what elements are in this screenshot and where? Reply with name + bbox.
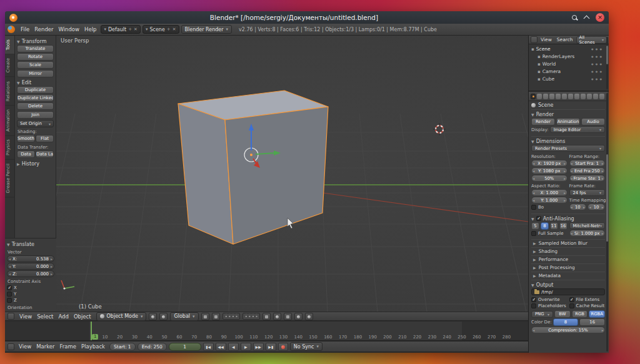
scene-selector[interactable]: ▾ Scene + ✕ <box>142 25 179 34</box>
vector-z-field[interactable]: Z:0.000 <box>7 270 54 277</box>
tab-constraints[interactable] <box>562 94 567 99</box>
file-extensions-checkbox[interactable] <box>569 297 574 302</box>
timeline-editor-icon[interactable] <box>8 343 14 350</box>
current-frame-field[interactable]: 1 <box>169 343 201 351</box>
play-button[interactable]: ▶ <box>241 343 251 351</box>
history-panel-title[interactable]: History <box>22 161 39 167</box>
editor-type-icon[interactable] <box>8 313 14 320</box>
render-animation-button[interactable]: Animation <box>556 118 580 125</box>
menu-item[interactable]: Render <box>32 26 56 32</box>
viewport-shading-icon[interactable] <box>149 313 157 320</box>
mode-dropdown[interactable]: Object Mode <box>96 312 147 321</box>
rotate-button[interactable]: Rotate <box>17 53 54 61</box>
depth-8-button[interactable]: 8 <box>553 318 579 326</box>
blender-logo-icon[interactable] <box>8 26 15 33</box>
viewport-canvas[interactable]: User Persp (1) Cube <box>56 36 528 312</box>
outliner-item[interactable]: Cube <box>530 76 608 83</box>
axis-x-checkbox[interactable] <box>7 285 12 290</box>
layers-widget[interactable] <box>222 313 240 320</box>
delete-scene-icon[interactable]: ✕ <box>172 27 176 32</box>
fps-dropdown[interactable]: 24 fps <box>569 189 606 196</box>
color-rgb-button[interactable]: RGB <box>572 310 588 318</box>
keep-above-icon[interactable] <box>583 14 591 21</box>
next-keyframe-button[interactable]: ▶▶ <box>253 343 264 351</box>
file-format-dropdown[interactable]: PNG <box>531 311 553 318</box>
play-reverse-button[interactable]: ◀ <box>228 343 239 351</box>
lock-icon[interactable] <box>262 313 271 320</box>
panel-arrow-icon[interactable] <box>17 80 20 86</box>
collapsed-panel-header[interactable]: Sampled Motion Blur <box>531 239 605 247</box>
data-transfer-button[interactable]: Data <box>17 150 35 158</box>
tab-render[interactable] <box>531 94 536 99</box>
timeline-ruler[interactable]: 1020304050607080901001101201301401501601… <box>5 321 528 341</box>
render-engine-dropdown[interactable]: Blender Render <box>181 25 232 34</box>
outliner-item[interactable]: World <box>530 61 608 68</box>
search-icon[interactable] <box>571 14 578 21</box>
opengl-render-anim-icon[interactable] <box>305 313 313 320</box>
current-frame-marker[interactable]: 1 <box>92 334 98 340</box>
duplicate-button[interactable]: Duplicate <box>17 86 54 94</box>
outliner-view-menu[interactable]: View <box>539 37 554 42</box>
start-frame-field[interactable]: Start Fra: 1 <box>569 160 606 167</box>
edit-panel-title[interactable]: Edit <box>22 80 32 86</box>
tab-render-layers[interactable] <box>537 94 542 99</box>
aa-samples-5[interactable]: 5 <box>531 222 539 230</box>
resolution-x-field[interactable]: X: 1920 px <box>531 160 568 167</box>
end-frame-field[interactable]: End Fra:250 <box>569 167 606 174</box>
outliner-display-dropdown[interactable]: All Scenes <box>576 36 607 44</box>
toolshelf-tab[interactable]: Relations <box>5 77 14 106</box>
aspect-y-field[interactable]: Y: 1.000 <box>531 197 568 204</box>
screen-layout-selector[interactable]: ▾ Default + ✕ <box>101 25 141 34</box>
menu-item[interactable]: Object <box>71 313 94 320</box>
pivot-point-icon[interactable] <box>159 313 168 320</box>
panel-arrow-icon[interactable] <box>17 161 20 167</box>
record-button[interactable] <box>278 343 288 351</box>
panel-arrow-icon[interactable] <box>531 282 534 288</box>
remap-old-field[interactable]: 10 <box>569 204 587 210</box>
translate-button[interactable]: Translate <box>17 45 54 52</box>
resolution-percent-field[interactable]: 50% <box>531 175 568 182</box>
tab-particles[interactable] <box>593 94 598 99</box>
shade-smooth-button[interactable]: Smooth <box>17 135 35 142</box>
panel-arrow-icon[interactable] <box>531 216 534 222</box>
aspect-x-field[interactable]: X: 1.000 <box>531 189 568 196</box>
outliner-item[interactable]: RenderLayers <box>530 53 608 61</box>
output-path-field[interactable]: /tmp/ <box>531 288 605 295</box>
manipulator-translate-icon[interactable] <box>201 313 209 320</box>
delete-layout-icon[interactable]: ✕ <box>134 27 138 32</box>
tab-world[interactable] <box>549 94 554 99</box>
menu-item[interactable]: Marker <box>34 343 57 350</box>
panel-arrow-icon[interactable] <box>531 139 534 144</box>
border-checkbox[interactable] <box>531 205 536 210</box>
cursor-3d[interactable] <box>433 123 446 135</box>
snap-element-icon[interactable] <box>284 313 292 320</box>
sync-dropdown[interactable]: No Sync <box>290 342 322 351</box>
render-still-button[interactable]: Render <box>531 118 555 125</box>
browse-icon[interactable]: ▾ <box>104 27 106 32</box>
aa-size-field[interactable]: Si: 1.000 px <box>569 230 606 237</box>
operator-title[interactable]: Translate <box>12 242 34 247</box>
outliner-item[interactable]: Camera <box>530 68 608 76</box>
layers-widget-2[interactable] <box>242 313 260 320</box>
outliner-scrollbar-thumb[interactable] <box>606 46 608 64</box>
start-frame-field[interactable]: Start: 1 <box>109 343 136 351</box>
close-button[interactable]: ✕ <box>596 13 604 22</box>
outliner-item[interactable]: Scene <box>530 46 608 53</box>
anti-aliasing-checkbox[interactable] <box>536 216 541 221</box>
menu-item[interactable]: Frame <box>58 343 79 350</box>
manipulator-rotate-icon[interactable] <box>212 313 220 320</box>
tab-physics[interactable] <box>599 94 604 99</box>
join-button[interactable]: Join <box>17 111 54 119</box>
aa-samples-11[interactable]: 11 <box>550 222 558 230</box>
render-audio-button[interactable]: Audio <box>581 118 605 125</box>
compression-slider[interactable]: Compression: 15% <box>531 327 605 333</box>
tab-texture[interactable] <box>587 94 592 99</box>
tab-scene[interactable] <box>543 94 548 99</box>
previous-keyframe-button[interactable]: ◀◀ <box>216 343 226 351</box>
properties-scrollbar-thumb[interactable] <box>606 154 608 242</box>
menu-item[interactable]: Window <box>56 26 82 32</box>
toolshelf-tab[interactable]: Create <box>5 54 14 77</box>
mirror-button[interactable]: Mirror <box>17 70 54 77</box>
toolshelf-tab[interactable]: Animation <box>5 106 14 136</box>
collapsed-panel-header[interactable]: Post Processing <box>531 263 605 272</box>
